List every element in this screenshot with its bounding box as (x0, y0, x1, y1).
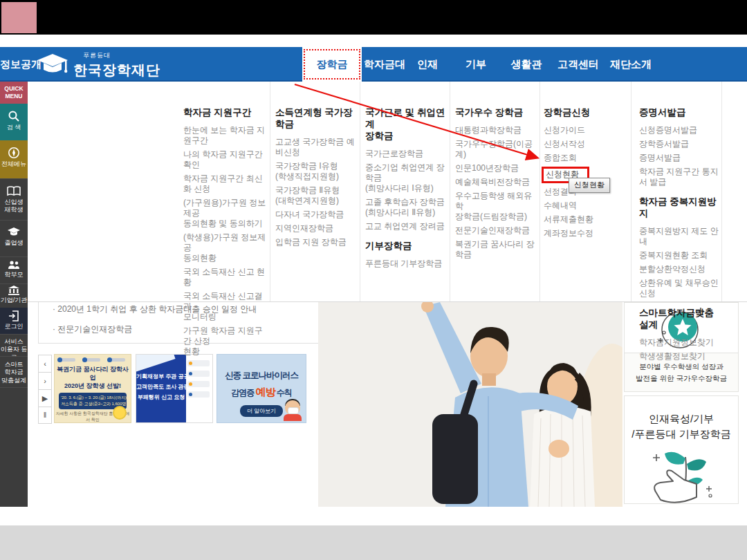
menu-item[interactable]: 국가장학금 Ⅰ유형 (학생직접지원형) (275, 161, 339, 182)
menu-item[interactable]: 국가근로장학금 (365, 149, 423, 159)
menu-item[interactable]: 대통령과학장학금 (455, 125, 522, 136)
lightbulb-icon (114, 407, 125, 418)
menu-item[interactable]: 입학금 지원 장학금 (275, 237, 347, 248)
sidebar-item-login[interactable]: 로그인 (0, 308, 28, 334)
hand-sprout-icon (625, 447, 738, 511)
carousel-control[interactable]: ‹ (38, 355, 52, 372)
panel-donation[interactable]: 인재육성/기부 /푸른등대 기부장학금 (624, 395, 739, 504)
book-icon (0, 186, 28, 197)
menu-item[interactable]: 신청증명서발급 (639, 125, 697, 136)
banner1-period: '20. 3. 6.(금) ~ 3. 20.(금) 18시(까지) 신청 (61, 395, 124, 401)
menu-item[interactable]: 장학증서발급 (639, 139, 689, 149)
menu-item[interactable]: 기부장학금 (365, 240, 412, 252)
menu-item[interactable]: 고교생 국가장학금 예비신청 (275, 137, 360, 158)
menu-item[interactable]: 계좌정보수정 (544, 228, 593, 239)
nav-item[interactable]: 고객센터 (555, 47, 602, 82)
menu-item[interactable]: 신청가이드 (544, 125, 585, 136)
menu-item[interactable]: 학자금지원정보찾기 (639, 337, 714, 348)
korea-gov-logo-icon (110, 358, 125, 362)
panel-donation-title: 인재육성/기부 /푸른등대 기부장학금 (625, 411, 738, 442)
menu-item[interactable]: 국가장학금 Ⅱ유형 (대학연계지원형) (275, 185, 340, 206)
menu-item[interactable]: 학생생활정보찾기 (639, 351, 706, 362)
nav-item[interactable]: 장학금 (302, 47, 362, 82)
sidebar-item-all-menu[interactable]: 전체메뉴 (0, 140, 28, 178)
menu-item[interactable]: (학생용)가구원 정보제공 동의현황 (183, 232, 270, 263)
top-left-pink-swatch (1, 2, 37, 33)
menu-item[interactable]: 분할상환약정신청 (639, 264, 706, 274)
banner1-target: 저소득층 중·고생(중2~고2) 1,600명 내외 선발 (61, 401, 124, 407)
sidebar-item-search[interactable]: 검 색 (0, 104, 28, 140)
menu-item[interactable]: 중복지원방지 제도 안내 (639, 226, 722, 247)
menu-item[interactable]: 학자금 지원구간 (183, 106, 251, 118)
menu-item[interactable]: 가구원 학자금 지원구간 산정 현황 (183, 326, 270, 357)
menu-item[interactable]: 고졸 후학습자 장학금 (희망사다리 Ⅱ유형) (365, 197, 445, 218)
menu-item[interactable]: 푸른등대 기부장학금 (365, 259, 442, 269)
menu-item[interactable]: 국외 소득재산 신고결과 모니터링 (183, 291, 270, 322)
menu-item[interactable]: 지역인재장학금 (275, 223, 333, 234)
menu-item[interactable]: 증명서발급 (639, 106, 686, 118)
carousel-control[interactable]: › (38, 372, 52, 389)
menu-item[interactable]: 인문100년장학금 (455, 163, 519, 174)
mega-menu-column-income-linked: 소득연계형 국가장학금고교생 국가장학금 예비신청국가장학금 Ⅰ유형 (학생직접… (275, 82, 360, 301)
menu-item[interactable]: 국외 소득재산 신고 현황 (183, 267, 270, 288)
menu-item[interactable]: 학자금 지원구간 통지서 발급 (639, 167, 722, 187)
menu-item[interactable]: 학자금 중복지원방지 (639, 196, 722, 219)
site-header: 푸른등대 한국장학재단 장학금 학자금대출 인재육성 기부 생활관 고객센터 재… (0, 47, 747, 82)
kosaf-logo-icon (85, 358, 100, 362)
people-icon (0, 260, 28, 270)
menu-item[interactable]: 장학금신청 (544, 106, 591, 118)
carousel-controls: ‹ › ▶ ‖ (38, 355, 52, 424)
menu-item[interactable]: 중소기업 취업연계 장학금 (희망사다리 Ⅰ유형) (365, 162, 450, 194)
menu-item[interactable]: 수혜내역 (544, 200, 577, 211)
nav-item[interactable]: 생활관 (503, 47, 550, 82)
menu-item[interactable]: 다자녀 국가장학금 (275, 209, 344, 220)
footer-bar (0, 525, 747, 560)
banner-covid-prevention[interactable]: 신종 코로나바이러스 감염증 예방 수칙 더 알아보기 (216, 354, 306, 423)
sidebar-item-graduate[interactable]: 졸업생 (0, 220, 28, 256)
nav-item[interactable]: 인재육성 (412, 47, 443, 82)
carousel-control[interactable]: ‖ (38, 407, 52, 424)
menu-item[interactable]: 우수고등학생 해외유학 장학금(드림장학금) (455, 191, 540, 222)
banner2-line2: 고객만족도 조사 관련 (136, 382, 186, 392)
menu-item[interactable]: 소득연계형 국가장학금 (275, 106, 360, 130)
menu-item[interactable]: 신청서작성 (544, 139, 585, 149)
banner3-more-button[interactable]: 더 알아보기 (240, 405, 283, 417)
sidebar-item-freshman[interactable]: 신입생 재학생 (0, 178, 28, 220)
menu-item[interactable]: 고교 취업연계 장려금 (365, 221, 445, 232)
menu-item[interactable]: 나의 학자금 지원구간 확인 (183, 149, 270, 170)
menu-item[interactable]: 서류제출현황 (544, 214, 593, 225)
menu-item[interactable]: 국가우수장학금(이공계) (455, 139, 540, 160)
sidebar-item-corporation[interactable]: 기업/기관 (0, 283, 28, 308)
banner3-line2-emphasis: 예방 (256, 386, 275, 398)
banner-lottery-scholarship[interactable]: 복권기금 꿈사다리 장학사업 2020년 장학생 선발! '20. 3. 6.(… (54, 354, 131, 423)
menu-item[interactable]: 중복지원현황 조회 (639, 250, 708, 261)
search-icon (0, 110, 28, 122)
menu-item[interactable]: 한눈에 보는 학자금 지원구간 (183, 125, 270, 146)
quick-menu-label: QUICK MENU (0, 82, 28, 104)
menu-item[interactable]: (가구원용)가구원 정보제공 동의현황 및 동의하기 (183, 198, 270, 229)
menu-item[interactable]: 예술체육비전장학금 (455, 177, 530, 187)
menu-item[interactable]: 전문기술인재장학금 (455, 225, 530, 236)
nav-item[interactable]: 학자금대출 (360, 47, 409, 82)
menu-item[interactable]: 스마트학자금맞춤설계 (639, 307, 722, 330)
sidebar-item-parents[interactable]: 학부모 (0, 256, 28, 283)
site-logo[interactable]: 푸른등대 한국장학재단 (36, 50, 160, 80)
menu-item[interactable]: 종합조회 (544, 153, 577, 163)
nav-item[interactable]: 재단소개 (607, 47, 654, 82)
menu-item[interactable]: 국가우수 장학금 (455, 106, 523, 118)
sidebar-item-service-user[interactable]: 서비스 이용자 등록 (0, 334, 28, 356)
menu-item[interactable]: 복권기금 꿈사다리 장학금 (455, 239, 540, 260)
menu-item[interactable]: 상환유예 및 채무승인 신청 (639, 278, 722, 299)
menu-item[interactable]: 학자금 지원구간 최신화 신청 (183, 174, 270, 194)
carousel-control[interactable]: ▶ (38, 389, 52, 407)
gov-logo-icon (60, 358, 75, 362)
top-black-bar (0, 0, 747, 35)
graduation-cap-icon (0, 227, 28, 238)
sidebar-item-smart-plan[interactable]: 스마트 학자금 맞춤설계 (0, 356, 28, 388)
nav-item[interactable]: 정보공개 (0, 47, 42, 82)
banner2-line1: 기획재정부 주관 공공기관 (136, 371, 186, 382)
menu-item[interactable]: 증명서발급 (639, 153, 681, 163)
banner-satisfaction-survey[interactable]: 기획재정부 주관 공공기관 고객만족도 조사 관련 부패행위 신고 요청 (136, 354, 213, 423)
nav-item[interactable]: 기부 (458, 47, 494, 82)
banner3-line2-post: 수칙 (277, 388, 292, 398)
